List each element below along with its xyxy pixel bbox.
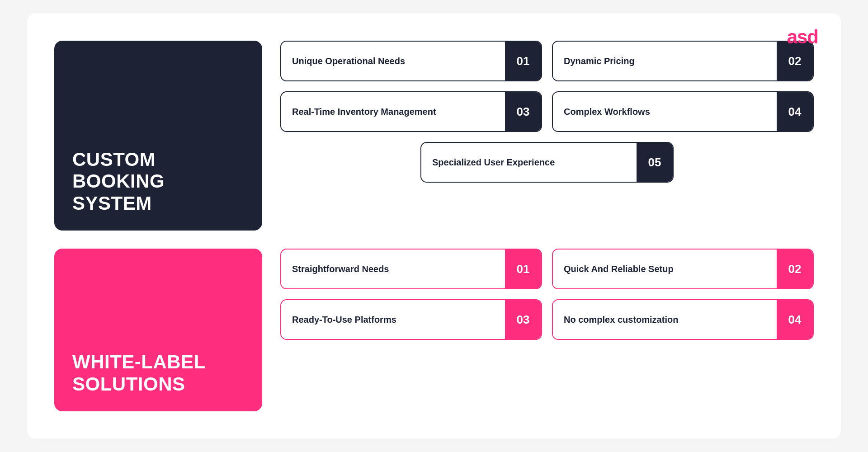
wl-feature-item-4: No complex customization 04 bbox=[552, 299, 814, 340]
feature-label-4: Complex Workflows bbox=[553, 92, 777, 131]
feature-number-5: 05 bbox=[637, 143, 673, 182]
wl-feature-label-1: Straightforward Needs bbox=[281, 250, 505, 288]
feature-number-1: 01 bbox=[505, 42, 541, 80]
section2-features: Straightforward Needs 01 Quick And Relia… bbox=[280, 249, 814, 340]
wl-feature-label-4: No complex customization bbox=[553, 300, 777, 339]
wl-feature-item-1: Straightforward Needs 01 bbox=[280, 249, 542, 289]
wl-feature-item-2: Quick And Reliable Setup 02 bbox=[552, 249, 814, 289]
feature-number-4: 04 bbox=[777, 92, 813, 131]
white-label-card: WHITE-LABEL SOLUTIONS bbox=[54, 249, 262, 411]
feature-item-2: Dynamic Pricing 02 bbox=[552, 41, 814, 81]
wl-feature-number-3: 03 bbox=[505, 300, 541, 339]
logo: asd bbox=[787, 26, 818, 48]
feature-item-3: Real-Time Inventory Management 03 bbox=[280, 91, 542, 132]
feature-item-4: Complex Workflows 04 bbox=[552, 91, 814, 132]
wl-feature-number-2: 02 bbox=[777, 250, 813, 288]
wl-feature-label-2: Quick And Reliable Setup bbox=[553, 250, 777, 288]
feature-label-2: Dynamic Pricing bbox=[553, 42, 777, 80]
wl-feature-label-3: Ready-To-Use Platforms bbox=[281, 300, 505, 339]
feature-item-5-wrapper: Specialized User Experience 05 bbox=[280, 142, 814, 183]
feature-label-5: Specialized User Experience bbox=[421, 143, 637, 182]
feature-label-3: Real-Time Inventory Management bbox=[281, 92, 505, 131]
feature-number-3: 03 bbox=[505, 92, 541, 131]
custom-booking-title: CUSTOM BOOKING SYSTEM bbox=[72, 149, 165, 214]
feature-item-1: Unique Operational Needs 01 bbox=[280, 41, 542, 81]
main-content: CUSTOM BOOKING SYSTEM Unique Operational… bbox=[54, 41, 814, 411]
wl-feature-number-4: 04 bbox=[777, 300, 813, 339]
page-wrapper: asd CUSTOM BOOKING SYSTEM Unique Operati… bbox=[27, 14, 841, 438]
wl-feature-number-1: 01 bbox=[505, 250, 541, 288]
feature-item-5: Specialized User Experience 05 bbox=[420, 142, 674, 183]
section2-row: WHITE-LABEL SOLUTIONS Straightforward Ne… bbox=[54, 249, 814, 411]
white-label-title: WHITE-LABEL SOLUTIONS bbox=[72, 351, 206, 395]
feature-label-1: Unique Operational Needs bbox=[281, 42, 505, 80]
wl-feature-item-3: Ready-To-Use Platforms 03 bbox=[280, 299, 542, 340]
custom-booking-card: CUSTOM BOOKING SYSTEM bbox=[54, 41, 262, 231]
section1-features: Unique Operational Needs 01 Dynamic Pric… bbox=[280, 41, 814, 183]
section1-row: CUSTOM BOOKING SYSTEM Unique Operational… bbox=[54, 41, 814, 231]
